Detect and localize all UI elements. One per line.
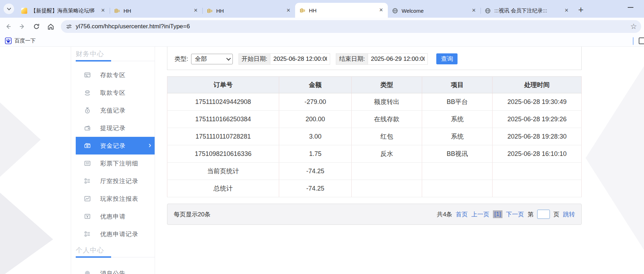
- end-date-input[interactable]: [368, 54, 427, 64]
- column-header-time: 处理时间: [493, 77, 582, 93]
- bookmark-baidu[interactable]: 百度一下: [5, 37, 36, 44]
- background-triangle: [0, 193, 53, 274]
- promo-apply-icon: [84, 213, 91, 220]
- hh-gold-favicon: [207, 8, 213, 14]
- bookmarks-separator: [633, 37, 634, 45]
- minimize-button[interactable]: [628, 7, 633, 8]
- withdraw-icon: [84, 89, 91, 96]
- cell-amount: -74.25: [279, 163, 352, 180]
- back-button[interactable]: [2, 21, 14, 33]
- close-icon[interactable]: ×: [563, 7, 570, 14]
- tab-title: Welcome: [402, 8, 468, 14]
- bookmark-label: 百度一下: [15, 37, 36, 44]
- home-button[interactable]: [45, 21, 57, 33]
- tab-hh-2[interactable]: HH ×: [202, 4, 295, 18]
- start-date-input[interactable]: [270, 54, 330, 64]
- tab-forum[interactable]: 【新提醒】海燕策略论坛绑 ×: [17, 4, 110, 18]
- sidebar-item-recharge[interactable]: 充值记录: [71, 101, 155, 119]
- page-jump-input[interactable]: [537, 210, 550, 219]
- background-triangle: [0, 103, 41, 177]
- webpage: 财务中心 存款专区 取款专区 充值记录 提现记录 资金记录 › 彩票下注明细: [0, 47, 644, 274]
- table-row: 1751110110728281 3.00 红包 系统 2025-06-28 1…: [167, 128, 582, 145]
- tab-welcome[interactable]: Welcome ×: [388, 4, 481, 18]
- cell-type: 额度转出: [352, 93, 422, 111]
- table-row: 1751110166250384 200.00 在线存款 系统 2025-06-…: [167, 111, 582, 128]
- funds-icon: [84, 142, 91, 149]
- address-bar[interactable]: yl756.com/hhcp/usercenter.html?iniType=6…: [61, 20, 641, 33]
- tab-strip: 【新提醒】海燕策略论坛绑 × HH × HH × HH ×: [0, 0, 644, 18]
- next-page-link[interactable]: 下一页: [506, 210, 524, 218]
- tab-title: :::视讯 会员下注纪录:::: [494, 7, 561, 14]
- sidebar-item-funds[interactable]: 资金记录 ›: [76, 137, 155, 155]
- new-tab-button[interactable]: +: [578, 6, 583, 13]
- chevron-right-icon: ›: [149, 141, 151, 150]
- sidebar-item-withdraw[interactable]: 取款专区: [71, 84, 155, 101]
- globe-favicon: [392, 8, 398, 14]
- column-header-order-no: 订单号: [167, 77, 279, 93]
- page-size-text: 每页显示20条: [174, 210, 211, 218]
- cell-project: 系统: [422, 128, 493, 145]
- sidebar-item-cashout[interactable]: 提现记录: [71, 119, 155, 137]
- sidebar-item-player-report[interactable]: 玩家投注报表: [71, 190, 155, 208]
- cashout-icon: [84, 124, 91, 132]
- close-icon[interactable]: ×: [100, 7, 106, 14]
- side-panel-icon[interactable]: [639, 37, 644, 44]
- cell-order-no: 1751098210616336: [167, 145, 279, 163]
- first-page-link[interactable]: 首页: [456, 210, 468, 218]
- type-select[interactable]: 全部: [191, 54, 233, 64]
- cell-amount: 3.00: [279, 128, 352, 145]
- forward-button[interactable]: [16, 21, 28, 33]
- sidebar-item-hall-record[interactable]: 厅室投注记录: [71, 172, 155, 190]
- column-header-project: 项目: [422, 77, 493, 93]
- end-date-label: 结束日期:: [336, 54, 368, 64]
- reload-button[interactable]: [30, 21, 42, 33]
- baidu-paw-icon: [5, 37, 12, 44]
- cell-order-no: 1751110166250384: [167, 111, 279, 128]
- site-settings-icon[interactable]: [66, 23, 72, 30]
- filter-bar: 类型: 全部 开始日期: 结束日期: 查询: [167, 47, 582, 70]
- sidebar-item-promo-record[interactable]: 优惠申请记录: [71, 225, 155, 243]
- tabs-container: 【新提醒】海燕策略论坛绑 × HH × HH × HH ×: [17, 0, 573, 18]
- cell-time: 2025-06-28 19:28:30: [493, 128, 582, 145]
- table-row-page-summary: 当前页统计 -74.25: [167, 163, 582, 180]
- close-icon[interactable]: ×: [285, 7, 292, 14]
- table-row: 1751098210616336 1.75 反水 BB视讯 2025-06-28…: [167, 145, 582, 163]
- close-icon[interactable]: ×: [192, 7, 199, 14]
- main-content: 类型: 全部 开始日期: 结束日期: 查询 订单号 金额 类型: [167, 47, 582, 225]
- table-header-row: 订单号 金额 类型 项目 处理时间: [167, 77, 582, 93]
- hall-record-icon: [84, 177, 91, 185]
- column-header-type: 类型: [352, 77, 422, 93]
- tab-title: 【新提醒】海燕策略论坛绑: [31, 7, 98, 14]
- select-chevron-icon: [226, 56, 231, 61]
- start-date-group: 开始日期:: [238, 53, 330, 65]
- tab-hh-1[interactable]: HH ×: [110, 4, 202, 18]
- message-icon: [84, 270, 91, 274]
- sidebar-item-lottery-detail[interactable]: 彩票下注明细: [71, 155, 155, 172]
- cell-amount: -279.00: [279, 93, 352, 111]
- section-underline: [76, 61, 155, 61]
- start-date-label: 开始日期:: [239, 54, 271, 64]
- jump-link[interactable]: 跳转: [563, 210, 575, 218]
- sidebar-item-messages[interactable]: 消息公告: [71, 264, 155, 274]
- tab-search-button[interactable]: [4, 4, 14, 14]
- type-label: 类型:: [174, 55, 188, 63]
- section-title: 个人中心: [76, 246, 155, 255]
- sidebar-item-deposit[interactable]: 存款专区: [71, 66, 155, 84]
- total-count-text: 共4条: [437, 210, 452, 218]
- current-page-badge[interactable]: [1]: [493, 210, 502, 218]
- cell-type: 红包: [352, 128, 422, 145]
- prev-page-link[interactable]: 上一页: [471, 210, 489, 218]
- forum-favicon: [21, 8, 27, 14]
- bookmark-star-icon[interactable]: ☆: [630, 23, 637, 30]
- url-text[interactable]: yl756.com/hhcp/usercenter.html?iniType=6: [76, 23, 630, 30]
- tab-shixun-records[interactable]: :::视讯 会员下注纪录::: ×: [481, 4, 573, 18]
- sidebar-item-promo-apply[interactable]: 优惠申请: [71, 208, 155, 225]
- query-button[interactable]: 查询: [436, 53, 458, 64]
- globe-favicon: [485, 8, 491, 14]
- cell-project: BB平台: [422, 93, 493, 111]
- close-icon[interactable]: ×: [378, 7, 384, 13]
- cell-order-no: 1751110110728281: [167, 128, 279, 145]
- cell-summary-label: 当前页统计: [167, 163, 279, 180]
- tab-hh-active[interactable]: HH ×: [295, 3, 388, 18]
- close-icon[interactable]: ×: [471, 7, 477, 14]
